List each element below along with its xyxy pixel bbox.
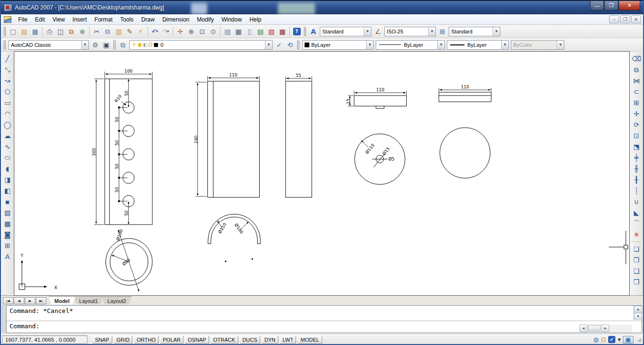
doc-close-button[interactable]: ✕ [631,15,641,23]
multiline-text-icon[interactable]: A [2,251,13,262]
ellipse-arc-icon[interactable]: ◖ [2,163,13,174]
help-icon[interactable]: ? [291,26,302,37]
new-icon[interactable]: ▢ [8,26,19,37]
command-text-area[interactable]: Command:Command: *Cancel* ▲ ▼ ◀ ▶ [6,305,642,333]
text-style-combo[interactable]: Standard ▼ [320,27,371,36]
color-control-combo[interactable]: ByLayer ▼ [302,40,374,50]
layer-combo[interactable]: ☼●◐Ω■ 0 ▼ [129,40,273,50]
tab-model[interactable]: Model [49,296,75,304]
status-toggle-dyn[interactable]: DYN [262,335,278,344]
pan-icon[interactable]: ✛ [175,26,186,37]
rotate-icon[interactable]: ⟳ [631,119,642,130]
toolbar-grip[interactable] [3,27,6,36]
break-at-point-icon[interactable]: ╂ [631,174,642,185]
drawing-canvas[interactable]: 100 300 50 50 50 50 50 50 R10 110 240 55… [14,52,629,295]
zoom-realtime-icon[interactable]: ⊕ [186,26,197,37]
properties-icon[interactable]: ▤ [222,26,233,37]
doc-minimize-button[interactable]: – [609,15,619,23]
command-input-line[interactable]: Command: [7,321,642,333]
extend-icon[interactable]: ╫ [631,163,642,174]
clean-screen-button[interactable]: ▣ [623,336,633,344]
redo-icon-dropdown[interactable]: ▾ [167,29,169,33]
lineweight-control-combo[interactable]: ByLayer ▼ [447,40,509,50]
menu-help[interactable]: Help [246,15,265,24]
block-editor-icon[interactable]: ⚡ [135,26,146,37]
ellipse-icon[interactable]: ⬭ [2,152,13,163]
fillet-icon[interactable]: ⌒ [631,218,642,229]
toolbar-grip[interactable] [297,40,299,50]
table-icon[interactable]: ⊞ [2,240,13,251]
menu-modify[interactable]: Modify [193,15,218,24]
resize-grip[interactable]: ◢ [637,336,641,343]
move-icon[interactable]: ✛ [631,108,642,119]
cut-icon[interactable]: ✂ [91,26,102,37]
mirror-icon[interactable]: ⋈ [631,75,642,86]
status-toggle-ortho[interactable]: ORTHO [134,335,158,344]
menu-insert[interactable]: Insert [69,15,91,24]
scroll-left-icon[interactable]: ◀ [580,324,587,332]
communication-center-icon[interactable]: ◍ [593,336,599,343]
scroll-right-icon[interactable]: ▶ [602,324,609,332]
coordinates-readout[interactable]: 1607.7377, 41.0665 , 0.0000 [2,335,87,344]
status-toggle-lwt[interactable]: LWT [280,335,296,344]
layer-previous-icon[interactable]: ⟲ [285,39,296,50]
tab-nav-3[interactable]: ▶| [36,297,46,304]
polygon-icon[interactable]: ⬠ [2,86,13,97]
stretch-icon[interactable]: ⬔ [631,141,642,152]
match-properties-icon[interactable]: ✎ [124,26,135,37]
region-icon[interactable]: ◙ [2,229,13,240]
chevron-down-icon[interactable]: ▼ [437,41,444,49]
array-icon[interactable]: ⊞ [631,97,642,108]
workspaces-combo[interactable]: AutoCAD Classic ▼ [9,40,89,50]
send-under-objects-icon[interactable]: ❒ [631,276,642,287]
status-toggle-model[interactable]: MODEL [297,335,322,344]
offset-icon[interactable]: ⊂ [631,86,642,97]
menu-tools[interactable]: Tools [116,15,137,24]
minimize-button[interactable]: — [590,1,604,11]
menu-edit[interactable]: Edit [31,15,49,24]
dim-style-combo[interactable]: ISO-25 ▼ [384,27,436,36]
scroll-up-icon[interactable]: ▲ [634,306,642,313]
tab-nav-1[interactable]: ◀ [14,297,24,304]
workspace-settings-icon[interactable]: ⚙ [90,39,101,50]
erase-icon[interactable]: ⌫ [631,53,642,64]
doc-restore-button[interactable]: ❐ [620,15,630,23]
paste-icon[interactable]: ▥ [113,26,124,37]
close-button[interactable]: ✕ [619,1,640,11]
tool-palettes-icon[interactable]: ▯ [244,26,255,37]
join-icon[interactable]: ∪ [631,196,642,207]
workspace-save-icon[interactable]: ▣ [101,39,112,50]
polyline-icon[interactable]: ↝ [2,75,13,86]
toolbar-grip[interactable] [304,27,306,36]
chevron-down-icon[interactable]: ▼ [81,41,88,49]
command-window-grip[interactable] [2,305,5,333]
trim-icon[interactable]: ╪ [631,152,642,163]
send-to-back-icon[interactable]: ❐ [631,254,642,265]
menu-window[interactable]: Window [218,15,246,24]
status-toggle-snap[interactable]: SNAP [92,335,112,344]
sheet-set-manager-icon[interactable]: ▤ [255,26,266,37]
copy-object-icon[interactable]: ⧉ [631,64,642,75]
save-icon[interactable]: ▦ [30,26,41,37]
break-icon[interactable]: ┆ [631,185,642,196]
table-style-icon[interactable]: ⊞ [437,26,448,37]
layer-properties-icon[interactable]: ⧉ [117,39,128,50]
chevron-down-icon[interactable]: ▼ [265,41,272,49]
command-vscrollbar[interactable]: ▲ ▼ [633,306,642,320]
table-style-combo[interactable]: Standard ▼ [449,27,500,36]
make-object-layer-current-icon[interactable]: ✓ [274,39,285,50]
zoom-window-icon[interactable]: ⊡ [197,26,208,37]
chamfer-icon[interactable]: ◣ [631,207,642,218]
markup-set-manager-icon[interactable]: ▧ [266,26,277,37]
chevron-down-icon[interactable]: ▼ [364,27,371,36]
linetype-control-combo[interactable]: ByLayer ▼ [376,40,445,50]
menu-draw[interactable]: Draw [137,15,158,24]
undo-icon-dropdown[interactable]: ▾ [156,29,158,33]
undo-icon[interactable]: ↶▾ [149,26,160,37]
rectangle-icon[interactable]: ▭ [2,97,13,108]
menu-dimension[interactable]: Dimension [158,15,193,24]
plot-preview-icon[interactable]: ◫ [55,26,66,37]
make-block-icon[interactable]: ◧ [2,185,13,196]
tab-layout1[interactable]: Layout1 [74,296,104,304]
text-style-icon[interactable]: A [308,26,319,37]
